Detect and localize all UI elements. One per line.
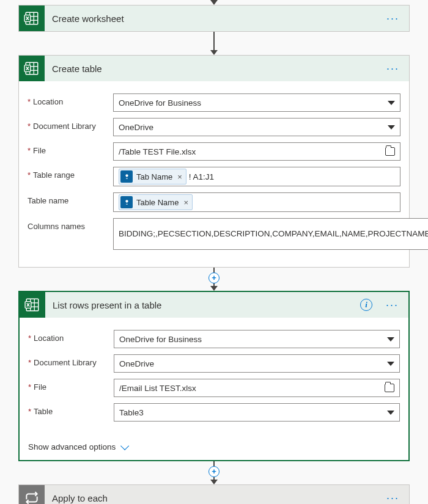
token-remove[interactable]: ×	[182, 198, 188, 207]
arrow-connector: +	[18, 268, 410, 291]
step-apply-to-each[interactable]: Apply to each ···	[18, 484, 410, 504]
doclib-label: Document Library	[28, 118, 107, 131]
show-advanced-toggle[interactable]: Show advanced options	[20, 439, 135, 460]
chevron-down-icon	[388, 125, 395, 130]
loop-icon	[19, 485, 45, 504]
excel-icon	[19, 5, 45, 31]
folder-icon[interactable]	[385, 384, 394, 392]
range-label: Table range	[28, 167, 107, 180]
arrow-connector	[18, 32, 410, 55]
file-picker[interactable]: /Email List TEST.xlsx	[114, 379, 400, 397]
columns-label: Columns names	[28, 218, 107, 231]
arrow-connector: +	[18, 461, 410, 484]
range-suffix: ! A1:J1	[189, 172, 214, 181]
tablename-label: Table name	[28, 192, 107, 205]
chevron-down-icon	[387, 411, 394, 415]
file-picker[interactable]: /Table TEST File.xlsx	[113, 142, 400, 161]
more-menu-button[interactable]: ···	[383, 299, 401, 312]
excel-icon	[19, 56, 45, 81]
more-menu-button[interactable]: ···	[384, 12, 402, 25]
info-icon[interactable]: i	[360, 299, 372, 311]
chevron-down-icon	[387, 337, 394, 341]
dynamic-content-icon	[120, 170, 133, 183]
doclib-dropdown[interactable]: OneDrive	[113, 118, 400, 136]
tablename-input[interactable]: Table Name ×	[113, 192, 400, 212]
chevron-down-icon	[120, 441, 129, 450]
location-label: Location	[28, 330, 108, 343]
step-list-rows[interactable]: List rows present in a table i ··· Locat…	[18, 291, 410, 461]
step-title: List rows present in a table	[53, 300, 353, 310]
location-label: Location	[28, 93, 107, 106]
table-dropdown[interactable]: Table3	[114, 403, 400, 422]
location-dropdown[interactable]: OneDrive for Business	[114, 330, 400, 348]
dynamic-token-table-name[interactable]: Table Name ×	[119, 194, 193, 210]
more-menu-button[interactable]: ···	[384, 62, 402, 75]
step-create-worksheet[interactable]: Create worksheet ···	[18, 5, 410, 32]
dynamic-content-icon	[120, 196, 133, 208]
add-step-button[interactable]: +	[208, 466, 220, 477]
step-title: Create table	[52, 64, 377, 74]
file-label: File	[28, 142, 107, 155]
folder-icon[interactable]	[385, 147, 395, 156]
step-create-table[interactable]: Create table ··· Location OneDrive for B…	[18, 55, 410, 268]
arrow-connector	[18, 0, 410, 5]
table-label: Table	[28, 403, 108, 416]
dynamic-token-tab-name[interactable]: Tab Name ×	[119, 169, 186, 184]
step-title: Create worksheet	[52, 13, 377, 24]
add-step-button[interactable]: +	[208, 272, 220, 283]
chevron-down-icon	[387, 362, 394, 366]
range-input[interactable]: Tab Name × ! A1:J1	[113, 167, 400, 186]
chevron-down-icon	[388, 101, 395, 105]
step-title: Apply to each	[52, 493, 377, 503]
more-menu-button[interactable]: ···	[384, 492, 402, 505]
doclib-label: Document Library	[28, 354, 108, 367]
columns-input[interactable]: BIDDING;,PECSECTION,DESCRIPTION,COMPANY,…	[113, 218, 428, 250]
token-remove[interactable]: ×	[176, 172, 182, 181]
doclib-dropdown[interactable]: OneDrive	[114, 354, 400, 373]
file-label: File	[28, 379, 108, 392]
excel-icon	[20, 292, 45, 318]
location-dropdown[interactable]: OneDrive for Business	[113, 93, 400, 112]
